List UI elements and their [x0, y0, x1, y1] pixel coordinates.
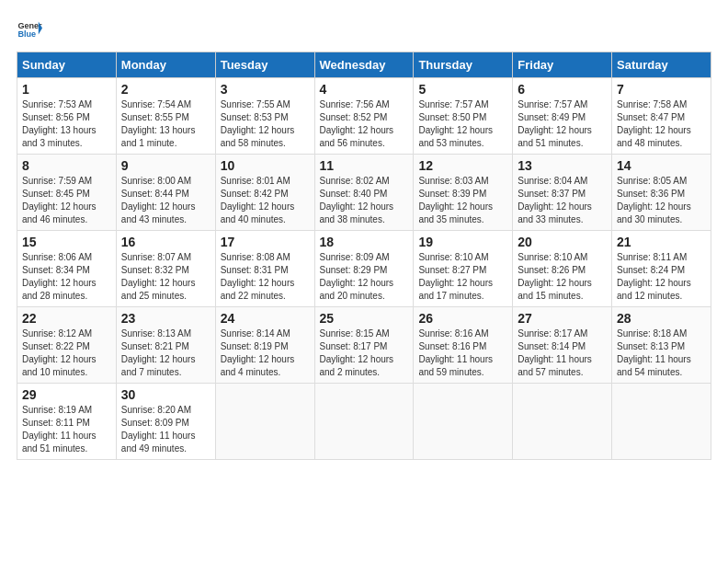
calendar-cell: 19Sunrise: 8:10 AM Sunset: 8:27 PM Dayli…: [414, 231, 513, 307]
day-number: 5: [418, 82, 507, 97]
calendar-cell: 12Sunrise: 8:03 AM Sunset: 8:39 PM Dayli…: [414, 155, 513, 231]
day-info: Sunrise: 8:20 AM Sunset: 8:09 PM Dayligh…: [121, 404, 210, 455]
day-info: Sunrise: 8:03 AM Sunset: 8:39 PM Dayligh…: [418, 175, 507, 226]
calendar-cell: 26Sunrise: 8:16 AM Sunset: 8:16 PM Dayli…: [414, 307, 513, 384]
day-info: Sunrise: 8:13 AM Sunset: 8:21 PM Dayligh…: [121, 327, 210, 379]
calendar-cell: 3Sunrise: 7:55 AM Sunset: 8:53 PM Daylig…: [215, 78, 314, 155]
day-info: Sunrise: 8:12 AM Sunset: 8:22 PM Dayligh…: [22, 327, 111, 379]
calendar-cell: 29Sunrise: 8:19 AM Sunset: 8:11 PM Dayli…: [17, 384, 117, 460]
weekday-header: Tuesday: [215, 52, 314, 78]
calendar-cell: [414, 384, 513, 460]
logo-icon: General Blue: [17, 17, 42, 42]
calendar-cell: 2Sunrise: 7:54 AM Sunset: 8:55 PM Daylig…: [116, 78, 215, 155]
weekday-header: Wednesday: [314, 52, 414, 78]
weekday-header: Saturday: [612, 52, 711, 78]
calendar-cell: 28Sunrise: 8:18 AM Sunset: 8:13 PM Dayli…: [612, 307, 711, 384]
calendar-cell: 10Sunrise: 8:01 AM Sunset: 8:42 PM Dayli…: [215, 155, 314, 231]
day-number: 18: [320, 235, 409, 249]
calendar-cell: [314, 384, 414, 460]
weekday-header: Sunday: [17, 52, 117, 78]
day-info: Sunrise: 8:08 AM Sunset: 8:31 PM Dayligh…: [221, 251, 310, 303]
calendar-week-row: 1Sunrise: 7:53 AM Sunset: 8:56 PM Daylig…: [17, 78, 711, 155]
calendar-body: 1Sunrise: 7:53 AM Sunset: 8:56 PM Daylig…: [17, 78, 711, 460]
day-info: Sunrise: 8:02 AM Sunset: 8:40 PM Dayligh…: [320, 175, 409, 226]
calendar-cell: 16Sunrise: 8:07 AM Sunset: 8:32 PM Dayli…: [116, 231, 215, 307]
calendar-cell: 25Sunrise: 8:15 AM Sunset: 8:17 PM Dayli…: [314, 307, 414, 384]
day-number: 8: [22, 158, 111, 173]
day-info: Sunrise: 8:15 AM Sunset: 8:17 PM Dayligh…: [320, 327, 409, 379]
day-number: 28: [617, 311, 706, 326]
day-number: 20: [518, 235, 607, 249]
calendar-cell: 20Sunrise: 8:10 AM Sunset: 8:26 PM Dayli…: [513, 231, 612, 307]
calendar-cell: 5Sunrise: 7:57 AM Sunset: 8:50 PM Daylig…: [414, 78, 513, 155]
day-info: Sunrise: 8:17 AM Sunset: 8:14 PM Dayligh…: [518, 327, 607, 379]
calendar-cell: 15Sunrise: 8:06 AM Sunset: 8:34 PM Dayli…: [17, 231, 117, 307]
day-number: 2: [121, 82, 210, 97]
day-number: 30: [121, 387, 210, 402]
day-info: Sunrise: 7:55 AM Sunset: 8:53 PM Dayligh…: [221, 98, 310, 150]
calendar-cell: 14Sunrise: 8:05 AM Sunset: 8:36 PM Dayli…: [612, 155, 711, 231]
day-info: Sunrise: 8:07 AM Sunset: 8:32 PM Dayligh…: [121, 251, 210, 303]
day-info: Sunrise: 7:54 AM Sunset: 8:55 PM Dayligh…: [121, 98, 210, 150]
calendar-cell: 30Sunrise: 8:20 AM Sunset: 8:09 PM Dayli…: [116, 384, 215, 460]
day-number: 19: [418, 235, 507, 249]
day-number: 6: [518, 82, 607, 97]
day-number: 24: [221, 311, 310, 326]
calendar-table: SundayMondayTuesdayWednesdayThursdayFrid…: [17, 52, 711, 460]
weekday-header: Friday: [513, 52, 612, 78]
calendar-week-row: 8Sunrise: 7:59 AM Sunset: 8:45 PM Daylig…: [17, 155, 711, 231]
day-info: Sunrise: 7:58 AM Sunset: 8:47 PM Dayligh…: [617, 98, 706, 150]
calendar-cell: 27Sunrise: 8:17 AM Sunset: 8:14 PM Dayli…: [513, 307, 612, 384]
day-info: Sunrise: 8:16 AM Sunset: 8:16 PM Dayligh…: [418, 327, 507, 379]
page-header: General Blue: [17, 17, 711, 42]
calendar-cell: [612, 384, 711, 460]
calendar-cell: 8Sunrise: 7:59 AM Sunset: 8:45 PM Daylig…: [17, 155, 117, 231]
calendar-cell: [215, 384, 314, 460]
calendar-cell: 22Sunrise: 8:12 AM Sunset: 8:22 PM Dayli…: [17, 307, 117, 384]
day-number: 11: [320, 158, 409, 173]
day-info: Sunrise: 8:04 AM Sunset: 8:37 PM Dayligh…: [518, 175, 607, 226]
calendar-cell: 9Sunrise: 8:00 AM Sunset: 8:44 PM Daylig…: [116, 155, 215, 231]
day-number: 10: [221, 158, 310, 173]
calendar-week-row: 29Sunrise: 8:19 AM Sunset: 8:11 PM Dayli…: [17, 384, 711, 460]
day-info: Sunrise: 7:53 AM Sunset: 8:56 PM Dayligh…: [22, 98, 111, 150]
day-number: 4: [320, 82, 409, 97]
day-info: Sunrise: 8:10 AM Sunset: 8:26 PM Dayligh…: [518, 251, 607, 303]
svg-text:Blue: Blue: [17, 29, 36, 39]
calendar-cell: [513, 384, 612, 460]
day-number: 23: [121, 311, 210, 326]
day-number: 22: [22, 311, 111, 326]
day-info: Sunrise: 8:01 AM Sunset: 8:42 PM Dayligh…: [221, 175, 310, 226]
calendar-cell: 17Sunrise: 8:08 AM Sunset: 8:31 PM Dayli…: [215, 231, 314, 307]
day-number: 17: [221, 235, 310, 249]
day-number: 21: [617, 235, 706, 249]
day-info: Sunrise: 7:57 AM Sunset: 8:49 PM Dayligh…: [518, 98, 607, 150]
calendar-cell: 21Sunrise: 8:11 AM Sunset: 8:24 PM Dayli…: [612, 231, 711, 307]
day-info: Sunrise: 8:09 AM Sunset: 8:29 PM Dayligh…: [320, 251, 409, 303]
day-number: 12: [418, 158, 507, 173]
day-number: 15: [22, 235, 111, 249]
calendar-cell: 6Sunrise: 7:57 AM Sunset: 8:49 PM Daylig…: [513, 78, 612, 155]
day-number: 26: [418, 311, 507, 326]
day-info: Sunrise: 8:19 AM Sunset: 8:11 PM Dayligh…: [22, 404, 111, 455]
day-info: Sunrise: 7:56 AM Sunset: 8:52 PM Dayligh…: [320, 98, 409, 150]
day-number: 13: [518, 158, 607, 173]
day-number: 9: [121, 158, 210, 173]
logo: General Blue: [17, 17, 42, 42]
day-number: 29: [22, 387, 111, 402]
calendar-cell: 11Sunrise: 8:02 AM Sunset: 8:40 PM Dayli…: [314, 155, 414, 231]
day-number: 3: [221, 82, 310, 97]
day-info: Sunrise: 8:14 AM Sunset: 8:19 PM Dayligh…: [221, 327, 310, 379]
day-info: Sunrise: 8:18 AM Sunset: 8:13 PM Dayligh…: [617, 327, 706, 379]
weekday-header: Monday: [116, 52, 215, 78]
day-info: Sunrise: 8:06 AM Sunset: 8:34 PM Dayligh…: [22, 251, 111, 303]
day-info: Sunrise: 8:00 AM Sunset: 8:44 PM Dayligh…: [121, 175, 210, 226]
day-info: Sunrise: 8:05 AM Sunset: 8:36 PM Dayligh…: [617, 175, 706, 226]
day-info: Sunrise: 8:11 AM Sunset: 8:24 PM Dayligh…: [617, 251, 706, 303]
weekday-header: Thursday: [414, 52, 513, 78]
calendar-cell: 1Sunrise: 7:53 AM Sunset: 8:56 PM Daylig…: [17, 78, 117, 155]
day-number: 16: [121, 235, 210, 249]
day-number: 25: [320, 311, 409, 326]
day-info: Sunrise: 8:10 AM Sunset: 8:27 PM Dayligh…: [418, 251, 507, 303]
calendar-cell: 13Sunrise: 8:04 AM Sunset: 8:37 PM Dayli…: [513, 155, 612, 231]
